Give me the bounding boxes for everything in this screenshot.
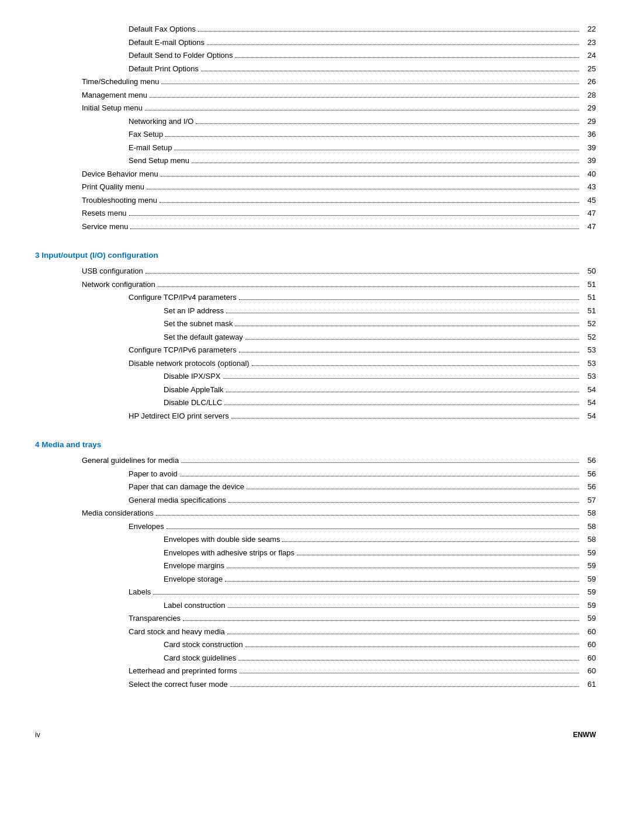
toc-entry-label: Transparencies xyxy=(129,613,181,624)
toc-entry: Set an IP address51 xyxy=(35,305,596,317)
toc-dots xyxy=(240,673,579,673)
toc-entry-label: Envelopes xyxy=(129,521,164,533)
toc-dots xyxy=(224,405,579,405)
toc-entry-page: 58 xyxy=(581,507,596,519)
toc-entry-label: Service menu xyxy=(82,221,128,233)
toc-entry: E-mail Setup39 xyxy=(35,142,596,154)
toc-entry-page: 56 xyxy=(581,468,596,480)
toc-entry: Network configuration51 xyxy=(35,279,596,291)
toc-entry: USB configuration50 xyxy=(35,265,596,277)
toc-dots xyxy=(230,686,579,687)
toc-entry-label: Configure TCP/IPv6 parameters xyxy=(129,344,237,356)
toc-entry: Default Send to Folder Options24 xyxy=(35,50,596,61)
toc-entry-label: USB configuration xyxy=(82,265,143,277)
toc-entry: Disable network protocols (optional)53 xyxy=(35,358,596,369)
toc-entry: Disable IPX/SPX53 xyxy=(35,371,596,382)
section4-toc: General guidelines for media56Paper to a… xyxy=(35,455,596,690)
toc-dots xyxy=(196,123,579,124)
toc-entry: Resets menu47 xyxy=(35,208,596,219)
toc-entry-label: Device Behavior menu xyxy=(82,168,158,180)
toc-entry-page: 57 xyxy=(581,495,596,506)
toc-entry-page: 45 xyxy=(581,195,596,206)
toc-entry-label: Set an IP address xyxy=(164,305,224,317)
toc-entry-page: 43 xyxy=(581,181,596,193)
toc-entry-label: Envelope storage xyxy=(164,573,223,585)
toc-dots xyxy=(181,462,579,463)
toc-entry-label: Letterhead and preprinted forms xyxy=(129,665,237,677)
toc-entry-label: Disable IPX/SPX xyxy=(164,371,221,382)
toc-entry-page: 50 xyxy=(581,265,596,277)
toc-entry-label: Label construction xyxy=(164,600,226,611)
toc-entry: Envelopes with double side seams58 xyxy=(35,534,596,545)
toc-dots xyxy=(235,57,580,58)
toc-entry: Set the default gateway52 xyxy=(35,331,596,343)
toc-entry-label: Envelopes with adhesive strips or flaps xyxy=(164,547,294,559)
toc-entry: General media specifications57 xyxy=(35,495,596,506)
footer-brand: ENWW xyxy=(573,731,596,739)
toc-entry-label: Paper to avoid xyxy=(129,468,178,480)
toc-entry: Envelope margins59 xyxy=(35,560,596,572)
toc-dots xyxy=(156,515,579,516)
toc-entry-label: Set the subnet mask xyxy=(164,318,233,330)
toc-entry: Configure TCP/IPv4 parameters51 xyxy=(35,292,596,303)
toc-entry-page: 22 xyxy=(581,23,596,35)
toc-entry-page: 60 xyxy=(581,626,596,638)
toc-entry-page: 61 xyxy=(581,679,596,690)
toc-entry-page: 36 xyxy=(581,129,596,140)
toc-entry-page: 54 xyxy=(581,397,596,409)
toc-entry-label: Time/Scheduling menu xyxy=(82,76,159,88)
toc-entry: Send Setup menu39 xyxy=(35,155,596,167)
toc-dots xyxy=(160,202,579,203)
toc-entry: Fax Setup36 xyxy=(35,129,596,140)
toc-entry-label: Configure TCP/IPv4 parameters xyxy=(129,292,237,303)
toc-dots xyxy=(201,71,579,71)
toc-entry-page: 53 xyxy=(581,371,596,382)
toc-entry: Envelopes with adhesive strips or flaps5… xyxy=(35,547,596,559)
toc-entry-page: 52 xyxy=(581,318,596,330)
toc-dots xyxy=(226,392,579,392)
toc-entry-page: 60 xyxy=(581,652,596,664)
toc-entry-page: 52 xyxy=(581,331,596,343)
toc-entry-page: 59 xyxy=(581,547,596,559)
toc-entry: Print Quality menu43 xyxy=(35,181,596,193)
toc-dots xyxy=(167,528,579,529)
toc-entry: Default Print Options25 xyxy=(35,63,596,75)
toc-entry-page: 40 xyxy=(581,168,596,180)
toc-entry-label: Default Print Options xyxy=(129,63,199,75)
toc-dots xyxy=(227,568,579,568)
toc-entry-page: 60 xyxy=(581,639,596,651)
toc-entry: Set the subnet mask52 xyxy=(35,318,596,330)
toc-entry-page: 51 xyxy=(581,279,596,291)
toc-entry-label: Paper that can damage the device xyxy=(129,481,244,493)
toc-entry-label: Fax Setup xyxy=(129,129,163,140)
toc-entry-page: 53 xyxy=(581,358,596,369)
toc-entry: Service menu47 xyxy=(35,221,596,233)
toc-entry: Envelopes58 xyxy=(35,521,596,533)
toc-entry: Networking and I/O29 xyxy=(35,116,596,127)
toc-entry-label: General media specifications xyxy=(129,495,226,506)
toc-entry-label: Disable AppleTalk xyxy=(164,384,224,396)
toc-entry: Disable DLC/LLC54 xyxy=(35,397,596,409)
toc-dots xyxy=(145,273,579,274)
toc-entry-label: Management menu xyxy=(82,89,147,101)
toc-dots xyxy=(180,476,579,476)
toc-dots xyxy=(145,110,579,110)
toc-dots xyxy=(165,136,579,137)
section3-header: 3 Input/output (I/O) configuration xyxy=(35,251,596,260)
toc-dots xyxy=(239,352,579,352)
toc-entry: Labels59 xyxy=(35,586,596,598)
toc-entry-page: 51 xyxy=(581,292,596,303)
toc-dots xyxy=(161,176,579,177)
toc-entry-label: Disable network protocols (optional) xyxy=(129,358,249,369)
toc-dots xyxy=(153,594,579,594)
toc-dots xyxy=(245,647,579,647)
toc-dots xyxy=(161,84,579,84)
toc-entry-page: 59 xyxy=(581,573,596,585)
toc-dots xyxy=(158,286,579,287)
toc-dots xyxy=(252,365,579,366)
toc-entry-label: Media considerations xyxy=(82,507,154,519)
toc-entry-page: 29 xyxy=(581,102,596,114)
toc-entry-label: HP Jetdirect EIO print servers xyxy=(129,410,229,422)
toc-entry: Transparencies59 xyxy=(35,613,596,624)
toc-dots xyxy=(147,189,579,189)
